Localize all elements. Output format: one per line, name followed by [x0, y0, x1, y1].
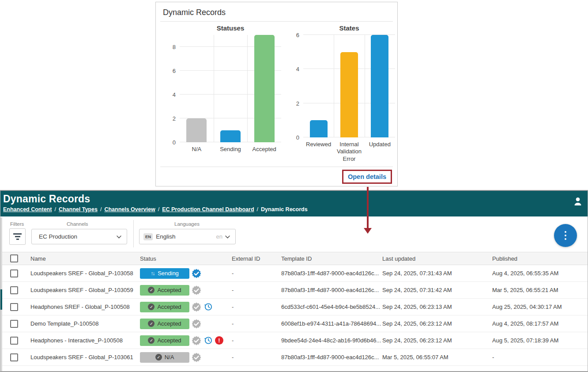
- verified-seal-icon: [192, 319, 201, 329]
- published: -: [492, 354, 588, 361]
- states-chart-title: States: [303, 24, 395, 35]
- external-id: -: [232, 287, 281, 293]
- verified-seal-icon: [192, 269, 201, 278]
- record-name: Demo Template_P-100508: [30, 320, 140, 327]
- status-cell: ✓Accepted!: [140, 335, 232, 346]
- channels-value: EC Production: [39, 233, 77, 240]
- languages-select[interactable]: EN English en: [139, 229, 236, 244]
- breadcrumb: Enhanced Content/Channel Types/Channels …: [3, 206, 582, 213]
- record-name: Loudspeakers SREF - Global_P-103061: [30, 354, 140, 361]
- open-details-link[interactable]: Open details: [348, 173, 386, 180]
- breadcrumb-current: Dynamic Records: [261, 206, 308, 213]
- status-cell: ✓Accepted: [140, 302, 232, 312]
- published: Mar 5, 2025, 06:55:21 AM: [492, 287, 588, 293]
- template-id: 6008ef1b-e974-4311-a41a-78648694...: [281, 320, 382, 327]
- left-scrollbar-track[interactable]: [0, 217, 2, 371]
- external-id: -: [232, 320, 281, 327]
- breadcrumb-separator: /: [257, 206, 258, 213]
- table-row[interactable]: Loudspeakers SREF - Global_P-103058↑↓Sen…: [0, 265, 588, 282]
- table-row[interactable]: Headphones SREF - Global_P-100508✓Accept…: [0, 299, 588, 315]
- row-checkbox[interactable]: [10, 353, 18, 361]
- annotation-arrow-line: [367, 187, 369, 228]
- open-details-highlight-box: Open details: [342, 170, 392, 184]
- x-category-label: Updated: [365, 141, 395, 163]
- x-category-label: Reviewed: [303, 141, 334, 163]
- last-updated: Sep 24, 2025, 06:23:13 AM: [382, 304, 492, 310]
- x-category-label: Accepted: [247, 146, 281, 153]
- status-cell: ✓N/A: [140, 352, 232, 363]
- dynamic-records-card: Dynamic Records Statuses 02468 N/ASendin…: [155, 2, 398, 186]
- template-id: 9bdee54d-24e4-48c2-ab16-9f0d6b46...: [281, 337, 382, 344]
- column-header-published: Published: [492, 255, 588, 262]
- filter-button[interactable]: [9, 228, 26, 245]
- status-cell: ✓Accepted: [140, 285, 232, 296]
- breadcrumb-enhanced-content[interactable]: Enhanced Content: [3, 206, 52, 213]
- breadcrumb-separator: /: [54, 206, 56, 213]
- status-badge: ✓Accepted: [140, 285, 189, 296]
- published: Aug 25, 2025, 04:30:17 AM: [492, 304, 588, 310]
- external-id: -: [232, 270, 281, 277]
- y-tick-label: 0: [296, 134, 299, 141]
- breadcrumb-separator: /: [100, 206, 102, 213]
- row-checkbox[interactable]: [10, 270, 18, 277]
- status-badge: ✓N/A: [140, 352, 189, 363]
- app-header: Dynamic Records Enhanced Content/Channel…: [0, 191, 588, 216]
- bar-sending: [220, 130, 241, 142]
- status-badge: ✓Accepted: [140, 335, 189, 346]
- channels-select[interactable]: EC Production: [31, 229, 127, 244]
- status-cell: ↑↓Sending: [140, 268, 232, 279]
- external-id: -: [232, 304, 281, 310]
- breadcrumb-channels-overview[interactable]: Channels Overview: [104, 206, 155, 213]
- breadcrumb-ec-production-channel-dashboard[interactable]: EC Production Channel Dashboard: [162, 206, 254, 213]
- record-name: Loudspeakers SREF - Global_P-103058: [30, 270, 140, 277]
- select-all-checkbox[interactable]: [10, 254, 18, 262]
- bar-accepted: [254, 35, 275, 142]
- x-axis-labels: N/ASendingAccepted: [180, 146, 281, 153]
- chevron-down-icon: [225, 233, 230, 240]
- states-chart: States 0246 ReviewedInternal Validation …: [286, 24, 395, 163]
- history-icon: [204, 302, 213, 311]
- channels-label: Channels: [67, 221, 88, 227]
- verified-seal-icon: [192, 302, 201, 312]
- table-header-row: Name Status External ID Template ID Last…: [0, 252, 588, 265]
- x-category-label: Sending: [214, 146, 248, 153]
- row-checkbox[interactable]: [10, 337, 18, 345]
- row-checkbox[interactable]: [10, 303, 18, 311]
- check-circle-icon: ✓: [148, 287, 155, 293]
- error-icon: !: [215, 336, 223, 345]
- kebab-menu-icon: [565, 231, 567, 240]
- record-name: Headphones SREF - Global_P-100508: [30, 304, 140, 310]
- status-label: Accepted: [157, 337, 181, 344]
- y-tick-label: 6: [296, 32, 299, 38]
- plot-area: [180, 35, 281, 142]
- table-row[interactable]: Headphones - Interactive_P-100508✓Accept…: [0, 332, 588, 349]
- table-row[interactable]: Loudspeakers SREF - Global_P-103061✓N/A-…: [0, 349, 588, 366]
- annotation-arrow-head: [364, 228, 372, 234]
- record-name: Headphones - Interactive_P-100508: [30, 337, 140, 344]
- column-header-external-id: External ID: [232, 255, 281, 262]
- record-name: Loudspeakers SREF - Global_P-103059: [30, 287, 140, 293]
- breadcrumb-channel-types[interactable]: Channel Types: [59, 206, 98, 213]
- row-checkbox[interactable]: [10, 320, 18, 328]
- x-axis-labels: ReviewedInternal Validation ErrorUpdated: [303, 141, 395, 163]
- status-label: Sending: [158, 270, 179, 277]
- column-header-name: Name: [30, 255, 140, 262]
- last-updated: Mar 5, 2025, 06:55:07 AM: [382, 354, 492, 361]
- filter-icon: [13, 233, 22, 240]
- template-id: 87b80af3-1fff-4d87-9000-eac4d126c...: [281, 354, 382, 361]
- table-row[interactable]: Loudspeakers SREF - Global_P-103059✓Acce…: [0, 282, 588, 299]
- history-icon: [204, 336, 213, 345]
- last-updated: Sep 24, 2025, 06:23:12 AM: [382, 320, 492, 327]
- status-badge: ↑↓Sending: [140, 268, 189, 279]
- left-scrollbar-thumb[interactable]: [0, 289, 2, 310]
- table-row[interactable]: Demo Template_P-100508✓Accepted-6008ef1b…: [0, 315, 588, 332]
- charts-row: Statuses 02468 N/ASendingAccepted States…: [156, 24, 397, 163]
- y-tick-label: 0: [173, 139, 176, 146]
- actions-menu-button[interactable]: [554, 224, 577, 247]
- check-circle-icon: ✓: [155, 354, 162, 361]
- user-icon[interactable]: [573, 196, 583, 209]
- y-tick-label: 2: [296, 100, 299, 107]
- row-checkbox[interactable]: [10, 286, 18, 294]
- check-circle-icon: ✓: [148, 304, 155, 310]
- verified-seal-icon: [192, 353, 201, 362]
